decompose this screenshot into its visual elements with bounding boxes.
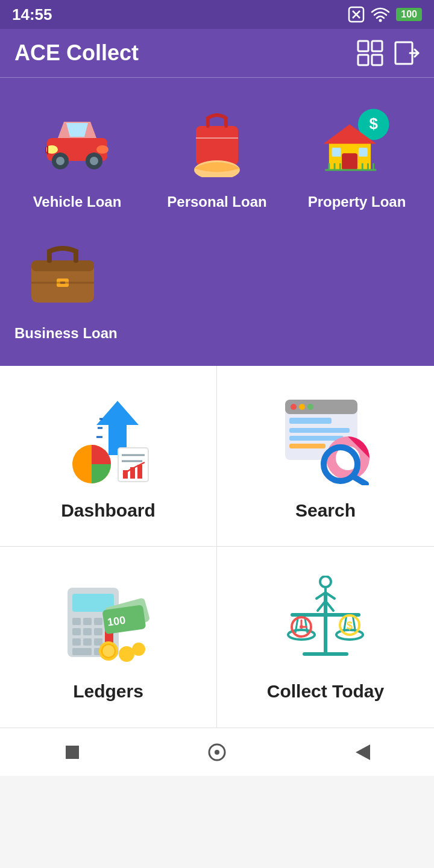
svg-rect-61: [289, 436, 344, 441]
personal-loan-item[interactable]: Personal Loan: [149, 90, 285, 216]
hand-bag-svg: [181, 105, 253, 177]
back-icon: [353, 742, 370, 763]
close-icon: [348, 6, 365, 23]
loan-section: Vehicle Loan Personal Loan: [0, 78, 434, 366]
briefcase-svg: [27, 236, 99, 309]
svg-text:100: 100: [106, 614, 126, 629]
business-loan-icon: [14, 227, 111, 318]
svg-rect-69: [72, 618, 81, 625]
nav-back-button[interactable]: [351, 741, 373, 763]
svg-point-41: [47, 258, 52, 263]
car-svg: [41, 105, 113, 177]
svg-rect-71: [94, 618, 102, 625]
svg-line-66: [353, 476, 366, 484]
ledgers-svg: 100: [60, 576, 157, 666]
svg-rect-110: [66, 746, 79, 759]
svg-point-12: [96, 145, 108, 154]
dashboard-menu-item[interactable]: Dashboard: [0, 366, 217, 547]
circle-icon: [207, 742, 227, 763]
svg-point-42: [74, 258, 78, 263]
svg-rect-7: [372, 55, 382, 65]
svg-point-57: [299, 404, 305, 410]
personal-loan-label: Personal Loan: [167, 193, 266, 210]
loan-grid: Vehicle Loan Personal Loan: [10, 90, 424, 216]
status-icons: 100: [348, 6, 422, 23]
business-loan-label: Business Loan: [14, 325, 118, 342]
svg-rect-73: [72, 628, 81, 635]
vehicle-loan-item[interactable]: Vehicle Loan: [10, 90, 145, 216]
header-actions: [357, 40, 420, 66]
svg-rect-27: [332, 148, 341, 157]
svg-text:$: $: [370, 115, 378, 132]
svg-rect-70: [83, 618, 92, 625]
nav-square-button[interactable]: [61, 741, 83, 763]
square-icon: [63, 743, 81, 761]
ledgers-menu-item[interactable]: 100 Ledgers: [0, 547, 217, 728]
svg-rect-19: [196, 126, 238, 165]
search-menu-item[interactable]: Search: [217, 366, 434, 547]
search-icon: [271, 392, 380, 488]
svg-point-3: [379, 19, 382, 22]
grid-icon[interactable]: [357, 40, 383, 66]
dashboard-label: Dashboard: [61, 500, 156, 521]
ledgers-icon: 100: [54, 573, 163, 669]
svg-rect-62: [289, 444, 326, 448]
svg-rect-80: [72, 648, 92, 655]
collect-today-menu-item[interactable]: $ Collect Today: [217, 547, 434, 728]
svg-marker-113: [356, 744, 370, 760]
svg-point-58: [307, 404, 313, 410]
svg-rect-37: [31, 260, 94, 271]
svg-rect-53: [137, 465, 142, 479]
svg-rect-79: [94, 638, 102, 646]
svg-rect-77: [72, 638, 81, 646]
status-time: 14:55: [12, 5, 52, 24]
svg-rect-6: [358, 55, 368, 65]
app-header: ACE Collect: [0, 29, 434, 78]
vehicle-loan-label: Vehicle Loan: [33, 193, 122, 210]
ledgers-label: Ledgers: [73, 681, 143, 702]
search-svg: [280, 395, 371, 485]
svg-point-56: [291, 404, 297, 410]
bottom-nav: [0, 728, 434, 776]
search-label: Search: [295, 500, 356, 521]
svg-text:$: $: [347, 620, 353, 632]
collect-today-icon: $: [271, 573, 380, 669]
svg-rect-75: [94, 628, 102, 635]
svg-point-104: [320, 576, 331, 587]
property-loan-item[interactable]: $: [289, 90, 424, 216]
collect-today-label: Collect Today: [267, 681, 384, 702]
dashboard-svg: [60, 395, 157, 485]
dashboard-icon: [54, 392, 163, 488]
personal-loan-icon: [169, 96, 265, 186]
property-svg: $: [321, 105, 393, 177]
collect-today-svg: $: [280, 576, 371, 666]
svg-rect-26: [342, 153, 357, 170]
svg-point-88: [132, 643, 145, 656]
svg-rect-59: [289, 418, 332, 424]
status-bar: 14:55 100: [0, 0, 434, 29]
logout-icon[interactable]: [393, 40, 420, 66]
nav-home-button[interactable]: [206, 741, 228, 763]
svg-rect-78: [83, 638, 92, 646]
svg-rect-28: [359, 148, 368, 157]
svg-rect-60: [289, 428, 350, 433]
wifi-icon: [371, 6, 390, 23]
property-loan-label: Property Loan: [308, 193, 406, 210]
app-title: ACE Collect: [14, 40, 139, 66]
svg-point-86: [102, 644, 115, 658]
vehicle-loan-icon: [29, 96, 125, 186]
svg-point-14: [56, 157, 64, 165]
battery-icon: 100: [396, 8, 422, 21]
svg-rect-4: [358, 41, 368, 51]
menu-grid: Dashboard: [0, 366, 434, 728]
svg-point-16: [90, 157, 98, 165]
svg-rect-5: [372, 41, 382, 51]
svg-marker-43: [96, 401, 139, 455]
svg-point-112: [215, 750, 219, 755]
business-loan-item[interactable]: Business Loan: [10, 221, 424, 348]
svg-rect-74: [83, 628, 92, 635]
property-loan-icon: $: [309, 96, 405, 186]
